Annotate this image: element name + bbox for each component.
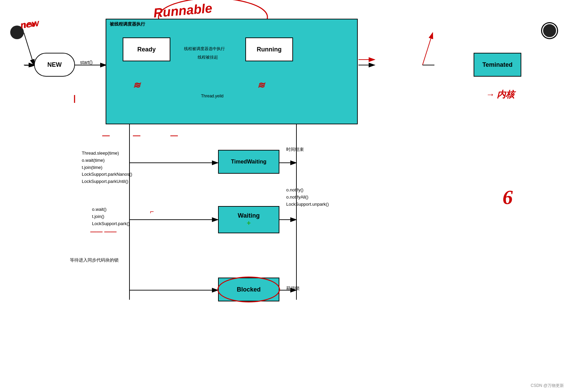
sleep-methods-label: Thread.sleep(time) o.wait(time) t.join(t… — [82, 150, 132, 185]
ready-annotation: ≋ — [133, 80, 140, 91]
start-label: start() — [80, 60, 93, 65]
box-timedwaiting: TimedWaiting — [218, 150, 279, 174]
neihe-annotation: → 内核 — [486, 89, 515, 100]
runnable-box-label: 被线程调度器执行 — [110, 21, 145, 27]
suspended-label: 线程被挂起 — [198, 54, 218, 60]
watermark: CSDN @万物更新 — [530, 383, 564, 389]
red-dash-3: — — [170, 131, 178, 140]
box-blocked: Blocked — [218, 278, 279, 301]
num-1-annotation: | — [73, 94, 76, 103]
diagram-container: new new → NEW start() 被线程调度器执行 Runnable … — [0, 0, 569, 392]
svg-line-2 — [24, 33, 34, 65]
wait-annotation: —— —— — [90, 228, 117, 235]
red-dash-2: — — [133, 131, 140, 140]
running-label: Running — [257, 46, 282, 53]
end-node — [542, 23, 557, 38]
box-new: NEW — [34, 53, 75, 77]
annotation-new-handwritten: new — [20, 18, 37, 31]
waiting-label: Waiting — [238, 212, 260, 219]
plus-icon: + — [247, 219, 251, 227]
terminated-label: Teminated — [482, 61, 513, 68]
thread-yield-label: Thread.yeild — [201, 94, 224, 98]
svg-line-7 — [422, 33, 433, 65]
red-dash-1: — — [102, 131, 110, 140]
box-ready: Ready — [123, 37, 170, 61]
wait-sync-label: 等待进入同步代码块的锁 — [70, 257, 119, 263]
blocked-label: Blocked — [237, 286, 261, 293]
wait-methods-label: o.wait() t.join() LockSupport.park() — [92, 206, 130, 227]
notify-methods-label: o.notify() o.notifyAll() LockSupport.unp… — [286, 187, 329, 208]
get-lock-label: 获得锁 — [286, 285, 299, 292]
box-waiting: Waiting + — [218, 206, 279, 233]
scheduler-label: 线程被调度器选中执行 — [184, 46, 225, 52]
wait-hook: ⌐ — [150, 208, 154, 216]
box-runnable: 被线程调度器执行 — [106, 19, 358, 124]
box-terminated: Teminated — [474, 53, 521, 77]
box-running: Running — [245, 37, 293, 61]
new-label: NEW — [47, 61, 62, 68]
runnable-handwritten: Runnable — [153, 1, 213, 21]
num-6-annotation: 6 — [503, 186, 513, 209]
running-annotation: ≋ — [257, 80, 265, 91]
ready-label: Ready — [137, 46, 156, 53]
timedwaiting-label: TimedWaiting — [231, 159, 266, 165]
time-end-label: 时间结束 — [286, 146, 304, 153]
